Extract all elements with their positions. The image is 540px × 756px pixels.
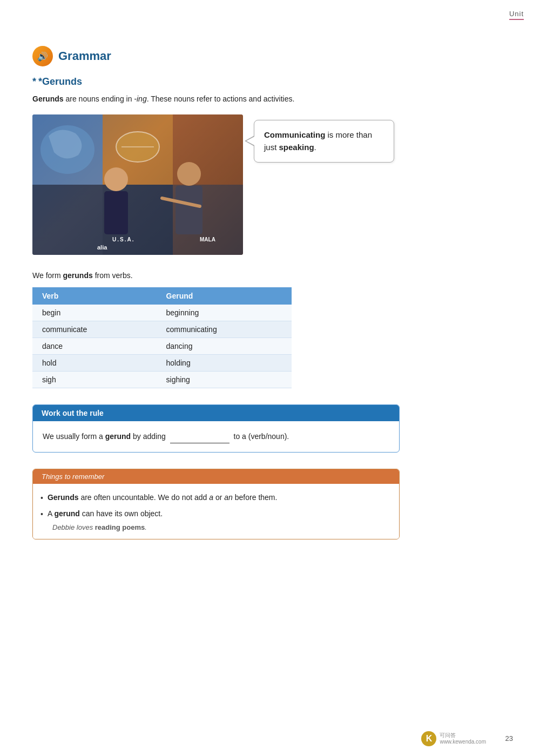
intro-italic: -ing (134, 94, 146, 103)
rule-body-middle: by adding (131, 432, 168, 441)
svg-rect-3 (32, 185, 243, 255)
form-gerunds-text: We form gerunds from verbs. (32, 271, 508, 280)
photo-container: alia U.S.A. MALA (32, 114, 243, 255)
intro-text: Gerunds are nouns ending in -ing. These … (32, 93, 346, 105)
page: Unit 🔊 Grammar **Gerunds Gerunds are nou… (0, 0, 540, 756)
rule-blank (170, 430, 230, 443)
example-bold: reading poems (95, 523, 145, 531)
table-cell-verb: sigh (32, 372, 157, 388)
svg-rect-9 (104, 191, 128, 234)
table-row: sighsighing (32, 372, 292, 388)
bubble-speaking: speaking (279, 143, 314, 152)
bubble-communicating: Communicating (264, 130, 325, 139)
page-number: 23 (505, 734, 513, 742)
grammar-icon: 🔊 (32, 46, 53, 66)
example-prefix: Debbie loves (52, 523, 95, 531)
rule-box-header: Work out the rule (33, 405, 399, 421)
intro-bold: Gerunds (32, 94, 64, 103)
rule-body-bold: gerund (105, 432, 131, 441)
gerunds-bold-1: Gerunds (48, 493, 79, 502)
watermark: K 可问答 www.kewenda.com (421, 731, 486, 746)
a-text: A (48, 509, 54, 518)
section-title: **Gerunds (32, 76, 508, 87)
svg-text:U.S.A.: U.S.A. (112, 237, 134, 242)
form-gerunds-suffix: from verbs. (93, 271, 133, 280)
table-cell-gerund: dancing (157, 338, 292, 355)
photo-figures-svg: alia U.S.A. MALA (32, 114, 243, 255)
an-italic: an (224, 493, 233, 502)
intro-plain: are nouns ending in (65, 94, 134, 103)
rule-body-prefix: We usually form a (43, 432, 105, 441)
intro-suffix: . These nouns refer to actions and activ… (147, 94, 295, 103)
table-row: communicatecommunicating (32, 321, 292, 338)
watermark-line1: 可问答 (440, 732, 486, 739)
svg-point-8 (104, 167, 128, 191)
bullet-1: • (40, 492, 43, 504)
watermark-k: K (421, 731, 436, 746)
unit-label: Unit (509, 10, 524, 20)
table-col2-header: Gerund (157, 287, 292, 305)
remember-text-1: Gerunds are often uncountable. We do not… (48, 491, 278, 503)
bullet-2: • (40, 508, 43, 520)
form-gerunds-plain: We form (32, 271, 63, 280)
remember-example: Debbie loves reading poems. (52, 523, 388, 531)
svg-text:MALA: MALA (200, 237, 215, 242)
rule-body-suffix: to a (verb/noun). (232, 432, 289, 441)
table-cell-gerund: sighing (157, 372, 292, 388)
table-cell-gerund: beginning (157, 305, 292, 321)
remember-box: Things to remember • Gerunds are often u… (32, 469, 400, 539)
svg-rect-12 (176, 186, 202, 234)
remember-text-2: A gerund can have its own object. (48, 508, 163, 519)
table-cell-gerund: communicating (157, 321, 292, 338)
before-them: before them. (235, 493, 278, 502)
unit-underline (509, 19, 524, 20)
grammar-header: 🔊 Grammar (32, 46, 508, 66)
remember-box-header: Things to remember (33, 469, 399, 484)
table-row: dancedancing (32, 338, 292, 355)
svg-text:alia: alia (97, 244, 107, 251)
speech-bubble: Communicating is more than just speaking… (254, 120, 394, 163)
table-cell-verb: begin (32, 305, 157, 321)
table-cell-verb: hold (32, 355, 157, 372)
svg-point-11 (177, 162, 201, 186)
form-gerunds-bold: gerunds (63, 271, 93, 280)
remember-box-body: • Gerunds are often uncountable. We do n… (33, 484, 399, 539)
gerund-table: Verb Gerund beginbeginningcommunicatecom… (32, 287, 292, 388)
watermark-line2: www.kewenda.com (440, 739, 486, 745)
gerund-bold-2: gerund (54, 509, 79, 518)
table-cell-verb: communicate (32, 321, 157, 338)
gerunds-text-1: are often uncountable. We do not add (80, 493, 209, 502)
table-row: beginbeginning (32, 305, 292, 321)
star-icon: * (32, 76, 36, 87)
grammar-title: Grammar (58, 49, 111, 63)
remember-item-2: • A gerund can have its own object. (40, 508, 388, 520)
bubble-period: . (314, 143, 316, 152)
table-cell-gerund: holding (157, 355, 292, 372)
image-area: alia U.S.A. MALA Communicating is more t… (32, 114, 508, 255)
grammar-icon-symbol: 🔊 (37, 51, 48, 62)
table-col1-header: Verb (32, 287, 157, 305)
a-italic: a (209, 493, 213, 502)
example-suffix: . (145, 523, 147, 531)
gerund-suffix-2: can have its own object. (82, 509, 163, 518)
remember-item-1: • Gerunds are often uncountable. We do n… (40, 491, 388, 504)
rule-box: Work out the rule We usually form a geru… (32, 404, 400, 453)
rule-box-body: We usually form a gerund by adding to a … (33, 421, 399, 452)
table-cell-verb: dance (32, 338, 157, 355)
or-text: or (215, 493, 224, 502)
table-row: holdholding (32, 355, 292, 372)
watermark-text: 可问答 www.kewenda.com (440, 732, 486, 745)
